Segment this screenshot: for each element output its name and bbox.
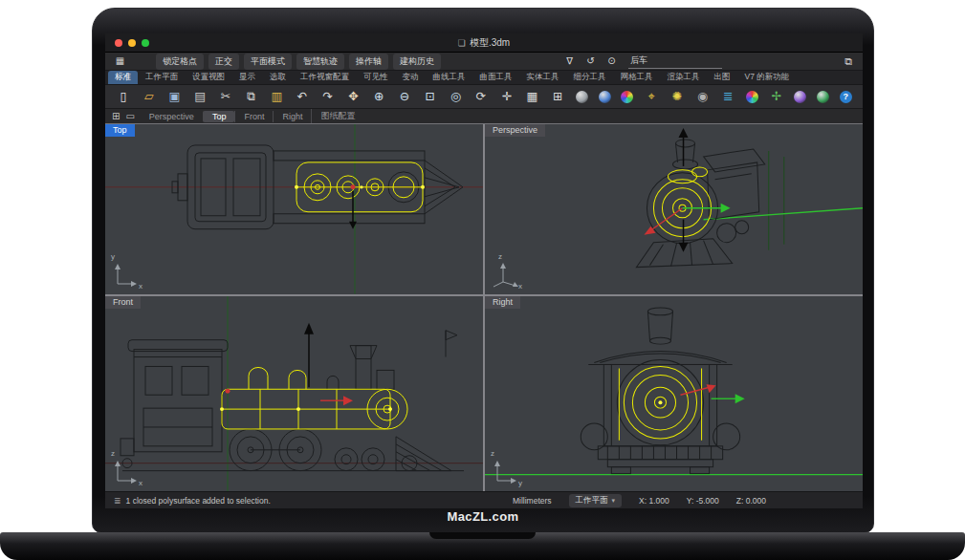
mode-toggle-button[interactable]: 智慧轨迹: [296, 54, 344, 70]
status-bar-right: Millimeters 工作平面 ▾ X: 1.000 Y: -5.000 Z:…: [513, 494, 766, 507]
print-icon[interactable]: ▤: [192, 89, 208, 104]
help-icon[interactable]: ?: [840, 91, 852, 103]
viewport-right-badge[interactable]: Right: [485, 296, 520, 309]
layer-icon[interactable]: ≣: [720, 89, 735, 104]
material-icon[interactable]: [746, 91, 758, 103]
close-button[interactable]: [115, 39, 122, 47]
ribbon-tab[interactable]: 选取: [263, 71, 293, 84]
new-file-icon[interactable]: ▯: [116, 89, 131, 104]
zoom-button[interactable]: [142, 39, 149, 47]
ribbon-tab[interactable]: 工作平面: [139, 71, 185, 84]
viewport-right[interactable]: Right: [485, 296, 863, 491]
display-rendered-icon[interactable]: [621, 91, 633, 103]
viewport-top-badge[interactable]: Top: [105, 124, 135, 137]
copy-icon[interactable]: ⧉: [244, 89, 259, 104]
target-icon[interactable]: ⊙: [605, 56, 618, 66]
display-shaded-icon[interactable]: [599, 91, 611, 103]
ribbon-tab[interactable]: 渲染工具: [661, 71, 707, 84]
filter-icon[interactable]: ∇: [563, 56, 576, 66]
lock-icon[interactable]: ◉: [695, 89, 711, 104]
ribbon-tab[interactable]: V7 的新功能: [738, 71, 797, 84]
zoom-extents-icon[interactable]: ◎: [448, 89, 463, 104]
save-icon[interactable]: ▣: [166, 89, 182, 104]
mode-toggle-button[interactable]: 正交: [208, 54, 239, 70]
viewport-tab-bar: ⊞ ▭ Perspective Top Front Right 图纸配置: [105, 109, 863, 124]
axis-v-label: z: [498, 252, 502, 261]
axis-indicator: z x: [111, 458, 140, 486]
viewport-tab[interactable]: 图纸配置: [311, 109, 363, 123]
command-input[interactable]: 后车: [628, 54, 722, 69]
ribbon-tab[interactable]: 曲面工具: [473, 71, 519, 84]
open-file-icon[interactable]: ▱: [142, 89, 157, 104]
ribbon-tab[interactable]: 标准: [108, 71, 138, 84]
brand-watermark: MacZL.com: [93, 509, 873, 524]
mode-toggles: 锁定格点 正交 平面模式 智慧轨迹 操作轴 建构历史: [156, 54, 441, 70]
ribbon-tab[interactable]: 曲线工具: [427, 71, 472, 84]
units-label[interactable]: Millimeters: [513, 496, 552, 506]
axis-h-label: x: [518, 282, 522, 291]
axis-indicator: z y: [491, 458, 519, 486]
ribbon-tab[interactable]: 变动: [396, 71, 426, 84]
history-icon[interactable]: ↺: [584, 56, 597, 66]
layout-icon[interactable]: ⊞: [550, 89, 565, 104]
ribbon-tab[interactable]: 可见性: [357, 71, 395, 84]
ribbon-tab-bar: 标准 工作平面 设置视图 显示 选取 工作视窗配置 可见性 变动 曲线工具 曲面…: [105, 71, 863, 85]
ribbon-tab[interactable]: 出图: [708, 71, 737, 84]
viewport-front[interactable]: Front: [105, 296, 483, 491]
viewport-perspective-canvas: [485, 124, 863, 294]
ribbon-tab[interactable]: 网格工具: [614, 71, 660, 84]
display-wireframe-icon[interactable]: [576, 91, 588, 103]
snapshot-icon[interactable]: ▦: [114, 56, 126, 66]
gumball-icon[interactable]: ✢: [769, 89, 784, 104]
mode-toggle-button[interactable]: 锁定格点: [156, 54, 204, 70]
viewport-tab[interactable]: Right: [273, 111, 311, 122]
mode-toggle-button[interactable]: 平面模式: [244, 54, 292, 70]
object-snap-icon[interactable]: ⌖: [644, 89, 659, 104]
mode-toggle-button[interactable]: 操作轴: [349, 54, 388, 70]
cplane-dropdown[interactable]: 工作平面 ▾: [569, 494, 623, 507]
viewport-tabs: Perspective Top Front Right 图纸配置: [141, 109, 364, 123]
render-icon[interactable]: [794, 91, 806, 103]
grid-layout-icon[interactable]: ⊞: [112, 111, 120, 121]
axis-h-label: x: [139, 282, 143, 291]
named-cplane-icon[interactable]: ▦: [525, 89, 540, 104]
viewport-tab[interactable]: Top: [203, 111, 235, 122]
chevron-down-icon: ▾: [612, 497, 616, 505]
viewport-perspective[interactable]: Perspective: [485, 124, 863, 294]
panels-icon[interactable]: ⧉: [844, 55, 852, 68]
axis-indicator: z x: [491, 261, 519, 290]
ribbon-tab[interactable]: 工作视窗配置: [294, 71, 356, 84]
axis-v-label: z: [111, 449, 115, 458]
viewport-tab[interactable]: Front: [234, 111, 273, 122]
viewport-grid: Top: [105, 124, 863, 491]
viewport-top[interactable]: Top: [105, 124, 483, 294]
pan-hand-icon[interactable]: ✥: [345, 89, 361, 104]
earth-icon[interactable]: [817, 91, 829, 103]
pan-view-icon[interactable]: ✛: [499, 89, 515, 104]
minimize-button[interactable]: [128, 39, 136, 47]
window-title-area: ❏ 模型.3dm: [105, 36, 863, 50]
window-title: 模型.3dm: [470, 36, 510, 50]
redo-icon[interactable]: ↷: [320, 89, 336, 104]
cut-icon[interactable]: ✂: [218, 89, 233, 104]
rotate-view-icon[interactable]: ⟳: [473, 89, 489, 104]
paste-icon[interactable]: ▥: [269, 89, 284, 104]
ribbon-tab[interactable]: 细分工具: [567, 71, 613, 84]
ribbon-tab[interactable]: 显示: [232, 71, 262, 84]
ribbon-tab[interactable]: 设置视图: [186, 71, 231, 84]
zoom-out-icon[interactable]: ⊖: [397, 89, 412, 104]
laptop-base: [0, 532, 965, 560]
zoom-window-icon[interactable]: ⊡: [423, 89, 438, 104]
mode-toggle-button[interactable]: 建构历史: [393, 54, 441, 70]
zoom-in-icon[interactable]: ⊕: [371, 89, 386, 104]
viewport-front-badge[interactable]: Front: [105, 296, 141, 309]
light-icon[interactable]: ✺: [669, 89, 685, 104]
single-view-icon[interactable]: ▭: [125, 111, 134, 121]
status-bar: ≣ 1 closed polysurface added to selectio…: [105, 491, 863, 508]
command-bar-icons: ∇ ↺ ⊙: [563, 56, 618, 66]
coordinate-x: X: 1.000: [639, 496, 669, 506]
undo-icon[interactable]: ↶: [295, 89, 310, 104]
ribbon-tab[interactable]: 实体工具: [520, 71, 566, 84]
viewport-tab[interactable]: Perspective: [141, 111, 203, 122]
viewport-perspective-badge[interactable]: Perspective: [485, 124, 545, 137]
